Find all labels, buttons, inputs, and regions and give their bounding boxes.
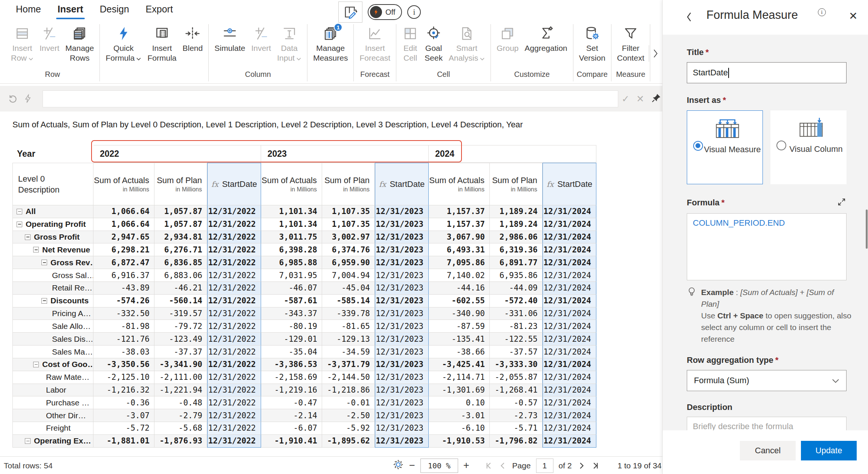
column-header-level0[interactable]: Level 0Description — [12, 163, 93, 205]
value-cell-actuals-2022[interactable]: -81.98 — [93, 320, 154, 333]
value-cell-actuals-2022[interactable]: -3.07 — [93, 409, 154, 422]
value-cell-actuals-2023[interactable]: -129.01 — [261, 333, 322, 346]
date-cell-startdate-2024[interactable]: 12/31/2024 — [542, 205, 596, 218]
info-icon[interactable]: i — [407, 5, 421, 19]
panel-scrollbar[interactable] — [866, 209, 868, 249]
first-page-button[interactable] — [485, 462, 494, 470]
value-cell-actuals-2023[interactable]: 1,101.34 — [261, 205, 322, 218]
collapse-icon[interactable] — [17, 209, 22, 214]
value-cell-actuals-2022[interactable]: 6,298.21 — [93, 243, 154, 256]
value-cell-plan-2022[interactable]: -123.49 — [154, 333, 207, 346]
pin-icon[interactable] — [651, 93, 662, 105]
year-header-2023[interactable]: 2023 — [261, 145, 429, 163]
option-visual-measure[interactable]: Visual Measure — [687, 110, 763, 184]
value-cell-plan-2024[interactable]: -37.57 — [490, 346, 542, 358]
column-header-sum-of-actuals-2023[interactable]: Sum of Actualsin Millions — [261, 163, 322, 205]
option-visual-column[interactable]: Visual Column — [770, 110, 847, 184]
value-cell-actuals-2024[interactable]: 1,157.37 — [429, 205, 490, 218]
value-cell-plan-2024[interactable]: -572.40 — [490, 295, 542, 307]
ribbon-button-filter-context[interactable]: FilterContext — [614, 24, 647, 64]
value-cell-actuals-2022[interactable]: -1,881.01 — [93, 435, 154, 448]
date-cell-startdate-2024[interactable]: 12/31/2024 — [542, 346, 596, 358]
value-cell-plan-2022[interactable]: -319.57 — [154, 307, 207, 320]
value-cell-actuals-2022[interactable]: 2,947.65 — [93, 231, 154, 244]
value-cell-plan-2022[interactable]: -1,221.94 — [154, 384, 207, 397]
edit-mode-button[interactable] — [338, 2, 362, 23]
date-cell-startdate-2024[interactable]: 12/31/2024 — [542, 295, 596, 307]
row-label-cell[interactable]: Discounts — [12, 295, 93, 307]
row-label-cell[interactable]: Purchase … — [12, 396, 93, 409]
value-cell-plan-2022[interactable]: -79.72 — [154, 320, 207, 333]
value-cell-plan-2024[interactable]: -44.09 — [490, 282, 542, 295]
year-header-2022[interactable]: 2022 — [93, 145, 261, 163]
value-cell-plan-2024[interactable]: -81.23 — [490, 320, 542, 333]
date-cell-startdate-2022[interactable]: 12/31/2022 — [207, 396, 261, 409]
column-header-startdate-2024[interactable]: fxStartDate — [542, 163, 596, 205]
value-cell-actuals-2024[interactable]: 1,157.37 — [429, 218, 490, 231]
close-icon[interactable]: ✕ — [849, 10, 857, 22]
date-cell-startdate-2023[interactable]: 12/31/2023 — [375, 218, 429, 231]
value-cell-plan-2024[interactable]: -2,055.87 — [490, 371, 542, 384]
ribbon-button-aggregation[interactable]: Aggregation — [522, 24, 570, 54]
collapse-icon[interactable] — [33, 247, 39, 252]
date-cell-startdate-2023[interactable]: 12/31/2023 — [375, 256, 429, 269]
value-cell-plan-2024[interactable]: -1,796.82 — [490, 435, 542, 448]
value-cell-plan-2023[interactable]: -2.50 — [322, 409, 375, 422]
value-cell-plan-2023[interactable]: 7,004.94 — [322, 269, 375, 282]
value-cell-actuals-2022[interactable]: 1,066.64 — [93, 218, 154, 231]
value-cell-plan-2022[interactable]: -560.14 — [154, 295, 207, 307]
date-cell-startdate-2024[interactable]: 12/31/2024 — [542, 396, 596, 409]
update-button[interactable]: Update — [801, 441, 857, 460]
value-cell-plan-2024[interactable]: -1,268.41 — [490, 384, 542, 397]
value-cell-plan-2024[interactable]: 6,319.36 — [490, 243, 542, 256]
settings-gear-icon[interactable] — [393, 459, 404, 472]
date-cell-startdate-2022[interactable]: 12/31/2022 — [207, 435, 261, 448]
value-cell-actuals-2022[interactable]: -1,216.32 — [93, 384, 154, 397]
row-label-cell[interactable]: All — [12, 205, 93, 218]
radio-unselected-icon[interactable] — [776, 141, 786, 150]
value-cell-actuals-2024[interactable]: -1,910.53 — [429, 435, 490, 448]
value-cell-actuals-2023[interactable]: -35.04 — [261, 346, 322, 358]
value-cell-actuals-2022[interactable]: -2,125.10 — [93, 371, 154, 384]
value-cell-plan-2023[interactable]: 1,107.35 — [322, 205, 375, 218]
date-cell-startdate-2024[interactable]: 12/31/2024 — [542, 320, 596, 333]
ribbon-expand-button[interactable] — [649, 45, 662, 62]
date-cell-startdate-2024[interactable]: 12/31/2024 — [542, 256, 596, 269]
date-cell-startdate-2023[interactable]: 12/31/2023 — [375, 396, 429, 409]
value-cell-actuals-2023[interactable]: 6,985.88 — [261, 256, 322, 269]
value-cell-actuals-2022[interactable]: -574.26 — [93, 295, 154, 307]
tab-export[interactable]: Export — [146, 4, 173, 18]
value-cell-actuals-2024[interactable]: -1,301.69 — [429, 384, 490, 397]
value-cell-plan-2022[interactable]: -3,341.90 — [154, 358, 207, 371]
date-cell-startdate-2022[interactable]: 12/31/2022 — [207, 346, 261, 358]
value-cell-plan-2024[interactable]: 1,189.24 — [490, 218, 542, 231]
row-label-cell[interactable]: Sales Ma… — [12, 346, 93, 358]
date-cell-startdate-2022[interactable]: 12/31/2022 — [207, 307, 261, 320]
value-cell-plan-2023[interactable]: 6,374.76 — [322, 243, 375, 256]
collapse-icon[interactable] — [41, 298, 47, 304]
date-cell-startdate-2023[interactable]: 12/31/2023 — [375, 409, 429, 422]
value-cell-plan-2022[interactable]: 6,836.85 — [154, 256, 207, 269]
date-cell-startdate-2024[interactable]: 12/31/2024 — [542, 422, 596, 435]
value-cell-plan-2022[interactable]: 1,057.87 — [154, 205, 207, 218]
ribbon-button-goal-seek[interactable]: GoalSeek — [422, 24, 445, 64]
expand-editor-icon[interactable] — [837, 197, 847, 208]
ribbon-button-blend[interactable]: Blend — [180, 24, 206, 54]
value-cell-actuals-2022[interactable]: -5.72 — [93, 422, 154, 435]
row-label-cell[interactable]: Pricing A… — [12, 307, 93, 320]
date-cell-startdate-2024[interactable]: 12/31/2024 — [542, 269, 596, 282]
back-icon[interactable] — [686, 11, 692, 24]
date-cell-startdate-2024[interactable]: 12/31/2024 — [542, 307, 596, 320]
cancel-icon[interactable]: ✕ — [636, 93, 644, 104]
date-cell-startdate-2022[interactable]: 12/31/2022 — [207, 256, 261, 269]
value-cell-plan-2022[interactable]: -5.68 — [154, 422, 207, 435]
date-cell-startdate-2022[interactable]: 12/31/2022 — [207, 371, 261, 384]
radio-selected-icon[interactable] — [693, 141, 703, 151]
ribbon-button-insert-forecast[interactable]: InsertForecast — [357, 24, 393, 64]
value-cell-plan-2023[interactable]: -129.13 — [322, 333, 375, 346]
value-cell-plan-2022[interactable]: -0.48 — [154, 396, 207, 409]
value-cell-actuals-2022[interactable]: 1,066.64 — [93, 205, 154, 218]
date-cell-startdate-2023[interactable]: 12/31/2023 — [375, 333, 429, 346]
value-cell-actuals-2023[interactable]: 1,101.34 — [261, 218, 322, 231]
value-cell-actuals-2022[interactable]: -332.50 — [93, 307, 154, 320]
